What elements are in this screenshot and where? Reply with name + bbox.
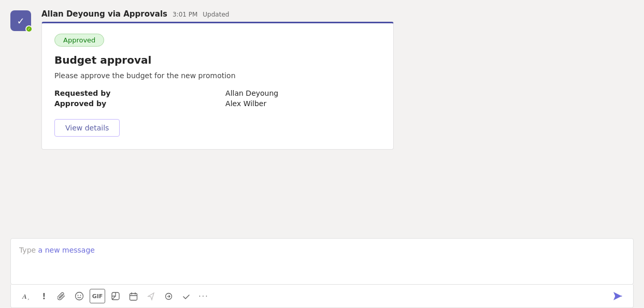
requested-by-value: Allan Deyoung bbox=[225, 89, 381, 97]
avatar-check-icon: ✓ bbox=[17, 16, 24, 26]
svg-text:A: A bbox=[22, 292, 27, 300]
more-options-icon[interactable]: ··· bbox=[196, 289, 211, 303]
message-input[interactable]: Type a new message bbox=[10, 238, 634, 285]
send-button[interactable] bbox=[610, 289, 625, 303]
card-details: Requested by Allan Deyoung Approved by A… bbox=[54, 89, 381, 108]
svg-text:ₓ: ₓ bbox=[27, 296, 30, 301]
approved-by-value: Alex Wilber bbox=[225, 99, 381, 108]
message-header: Allan Deyoung via Approvals 3:01 PM Upda… bbox=[41, 9, 634, 19]
approval-card: Approved Budget approval Please approve … bbox=[41, 22, 394, 150]
emoji-icon[interactable] bbox=[72, 289, 87, 303]
sender-name: Allan Deyoung via Approvals bbox=[41, 9, 167, 19]
view-details-button[interactable]: View details bbox=[54, 119, 120, 137]
schedule-icon[interactable] bbox=[126, 289, 140, 303]
message-time: 3:01 PM bbox=[173, 11, 197, 18]
svg-point-3 bbox=[78, 295, 79, 296]
placeholder-link: a new message bbox=[38, 246, 95, 254]
input-area: Type a new message A ₓ ! GIF bbox=[0, 234, 644, 308]
send-voice-icon[interactable] bbox=[144, 289, 158, 303]
requested-by-label: Requested by bbox=[54, 89, 213, 97]
message-placeholder: Type a new message bbox=[19, 245, 625, 254]
card-title: Budget approval bbox=[54, 54, 381, 66]
format-icon[interactable]: A ₓ bbox=[19, 289, 34, 303]
approvals-icon[interactable] bbox=[179, 289, 193, 303]
gif-icon[interactable]: GIF bbox=[90, 289, 105, 303]
message-updated: Updated bbox=[203, 11, 229, 18]
toolbar: A ₓ ! GIF bbox=[10, 285, 634, 308]
attach-icon[interactable] bbox=[54, 289, 69, 303]
sticker-icon[interactable] bbox=[108, 289, 123, 303]
svg-point-4 bbox=[80, 295, 81, 296]
status-badge: Approved bbox=[54, 34, 104, 47]
svg-point-2 bbox=[76, 292, 83, 300]
card-description: Please approve the budget for the new pr… bbox=[54, 71, 381, 80]
avatar: ✓ ✓ bbox=[10, 10, 31, 31]
avatar-badge: ✓ bbox=[25, 25, 33, 33]
svg-rect-6 bbox=[130, 294, 137, 300]
loop-icon[interactable] bbox=[161, 289, 176, 303]
important-icon[interactable]: ! bbox=[37, 289, 51, 303]
approved-by-label: Approved by bbox=[54, 99, 213, 108]
